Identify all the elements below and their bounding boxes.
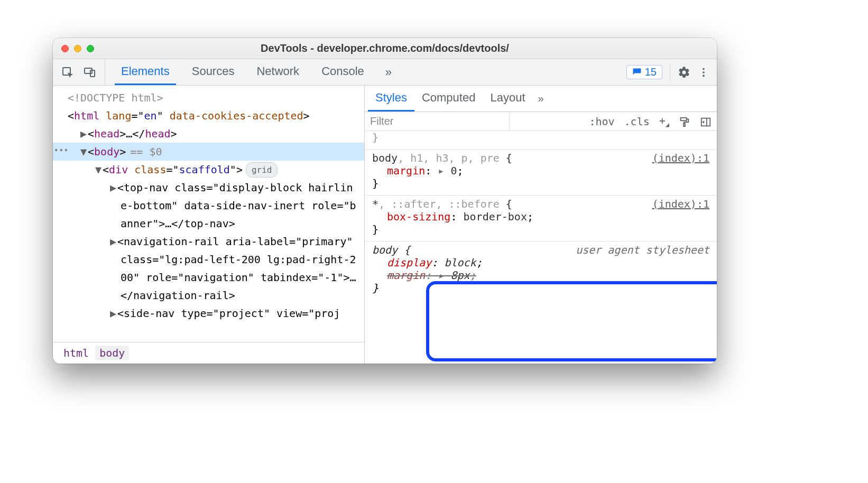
separator <box>670 63 670 81</box>
rule-cutoff-brace: } <box>365 131 717 150</box>
grid-badge[interactable]: grid <box>246 162 278 178</box>
minimize-window-button[interactable] <box>74 45 81 52</box>
main-tabs: Elements Sources Network Console » <box>105 59 397 85</box>
scaffold-node[interactable]: ▼<div class="scaffold">grid <box>53 161 364 179</box>
kebab-menu-icon[interactable] <box>698 67 709 78</box>
sidebar-subtabs: Styles Computed Layout » <box>365 86 717 112</box>
paint-format-icon[interactable] <box>679 115 690 128</box>
settings-gear-icon[interactable] <box>678 66 690 79</box>
new-rule-button[interactable]: +◢ <box>659 114 669 128</box>
main-toolbar: Elements Sources Network Console » 15 <box>53 59 717 86</box>
html-node[interactable]: <html lang="en" data-cookies-accepted> <box>53 107 364 125</box>
rule-source-user-agent: user agent stylesheet <box>576 244 709 256</box>
svg-rect-6 <box>681 118 687 121</box>
rule-source-link[interactable]: (index):1 <box>652 198 709 210</box>
tab-network[interactable]: Network <box>250 59 306 85</box>
side-nav-node[interactable]: ▶<side-nav type="project" view="proj <box>53 304 364 322</box>
elements-tree-pane: <!DOCTYPE html> <html lang="en" data-coo… <box>53 86 365 364</box>
styles-filter-input[interactable] <box>365 112 510 131</box>
traffic-lights <box>53 45 94 52</box>
subtabs-overflow-icon[interactable]: » <box>533 86 549 112</box>
breadcrumb-body[interactable]: body <box>95 346 129 360</box>
styles-filter-bar: :hov .cls +◢ <box>365 112 717 131</box>
window-title: DevTools - developer.chrome.com/docs/dev… <box>53 42 717 54</box>
rule-source-link[interactable]: (index):1 <box>652 152 709 164</box>
svg-point-4 <box>703 71 705 73</box>
issues-count: 15 <box>645 66 657 78</box>
doctype-node: <!DOCTYPE html> <box>68 91 163 104</box>
dom-tree[interactable]: <!DOCTYPE html> <html lang="en" data-coo… <box>53 86 364 342</box>
body-node-selected[interactable]: ▼<body>== $0 <box>53 143 364 161</box>
subtab-styles[interactable]: Styles <box>368 86 414 112</box>
style-rule-user-agent[interactable]: user agent stylesheet body { display: bl… <box>365 242 717 300</box>
subtab-layout[interactable]: Layout <box>483 86 532 112</box>
breadcrumb-html[interactable]: html <box>59 346 93 360</box>
device-toggle-icon[interactable] <box>82 65 97 80</box>
zoom-window-button[interactable] <box>87 45 94 52</box>
hov-toggle[interactable]: :hov <box>589 115 614 128</box>
svg-point-3 <box>703 68 705 70</box>
svg-rect-7 <box>684 124 685 127</box>
toggle-sidebar-icon[interactable] <box>700 115 712 128</box>
devtools-window: DevTools - developer.chrome.com/docs/dev… <box>53 38 717 364</box>
style-rule[interactable]: (index):1 *, ::after, ::before { box-siz… <box>365 196 717 242</box>
head-node[interactable]: ▶<head>…</head> <box>53 125 364 143</box>
svg-point-5 <box>703 75 705 77</box>
inspect-icon[interactable] <box>60 65 75 80</box>
tabs-overflow-icon[interactable]: » <box>380 59 397 85</box>
top-nav-node[interactable]: ▶<top-nav class="display-block hairlin <box>53 179 364 197</box>
cls-toggle[interactable]: .cls <box>624 115 650 128</box>
tab-elements[interactable]: Elements <box>115 59 176 85</box>
close-window-button[interactable] <box>61 45 69 52</box>
styles-rules-list: } (index):1 body, h1, h3, p, pre { margi… <box>365 131 717 364</box>
titlebar: DevTools - developer.chrome.com/docs/dev… <box>53 38 717 59</box>
styles-pane: Styles Computed Layout » :hov .cls +◢ <box>365 86 717 364</box>
breadcrumb: html body <box>53 342 364 364</box>
tab-console[interactable]: Console <box>315 59 371 85</box>
subtab-computed[interactable]: Computed <box>414 86 483 112</box>
navigation-rail-node[interactable]: ▶<navigation-rail aria-label="primary" <box>53 233 364 250</box>
tab-sources[interactable]: Sources <box>186 59 241 85</box>
style-rule[interactable]: (index):1 body, h1, h3, p, pre { margin:… <box>365 150 717 196</box>
issues-badge[interactable]: 15 <box>626 65 662 79</box>
